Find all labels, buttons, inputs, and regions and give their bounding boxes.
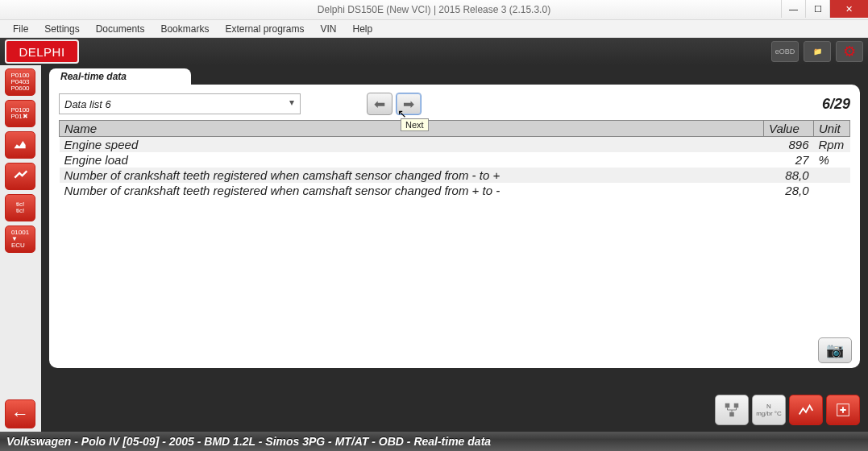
maximize-button[interactable]: ☐ (805, 0, 829, 18)
menu-settings[interactable]: Settings (36, 23, 87, 35)
main-panel: Real-time data Data list 6 ⬅ ➡ ↖ Next 6/… (41, 65, 868, 432)
window-title: Delphi DS150E (New VCI) | 2015 Release 3… (318, 4, 550, 15)
close-button[interactable]: ✕ (829, 0, 868, 18)
datalist-select[interactable]: Data list 6 (59, 93, 301, 114)
left-toolbar: P0100P0403P0600 P0100P01✖ tic!tic! 01001… (0, 65, 41, 432)
next-list-button[interactable]: ➡ (396, 93, 422, 115)
menu-vin[interactable]: VIN (312, 23, 344, 35)
table-row: Engine speed 896 Rpm (60, 137, 850, 153)
tool-ecu[interactable]: 01001▼ECU (5, 226, 35, 253)
tool-actuators[interactable] (5, 163, 35, 190)
prev-list-button[interactable]: ⬅ (367, 93, 392, 115)
svg-rect-0 (725, 403, 730, 408)
menu-help[interactable]: Help (345, 23, 381, 35)
menu-bookmarks[interactable]: Bookmarks (152, 23, 217, 35)
footer-chart-button[interactable] (789, 395, 823, 425)
next-tooltip: Next (401, 118, 429, 131)
brand-bar: DELPHI eOBD 📁 ⚙ (0, 38, 868, 65)
col-unit: Unit (814, 121, 850, 137)
table-row: Engine load 27 % (60, 152, 850, 168)
delphi-logo: DELPHI (5, 39, 79, 64)
col-value: Value (764, 121, 814, 137)
data-table: Name Value Unit Engine speed 896 Rpm Eng… (59, 120, 850, 198)
svg-rect-2 (729, 412, 734, 417)
tool-erase-codes[interactable]: P0100P01✖ (5, 100, 35, 127)
snapshot-button[interactable]: 📷 (818, 337, 852, 363)
table-row: Number of crankshaft teeth registered wh… (60, 168, 850, 183)
back-button[interactable]: ← (5, 399, 35, 428)
folder-icon[interactable]: 📁 (804, 41, 831, 62)
footer-add-button[interactable] (826, 395, 860, 425)
settings-gear-icon[interactable]: ⚙ (836, 41, 863, 62)
page-counter: 6/29 (822, 96, 850, 113)
menu-documents[interactable]: Documents (88, 23, 153, 35)
footer-units-button[interactable]: Nmg/br °C (752, 395, 786, 425)
footer-flow-button[interactable] (715, 395, 749, 425)
minimize-button[interactable]: — (781, 0, 805, 18)
tool-fault-codes[interactable]: P0100P0403P0600 (5, 68, 35, 96)
menu-file[interactable]: File (5, 23, 36, 35)
title-bar: Delphi DS150E (New VCI) | 2015 Release 3… (0, 0, 868, 20)
content-panel: Data list 6 ⬅ ➡ ↖ Next 6/29 Name Value U… (49, 85, 860, 368)
status-bar: Volkswagen - Polo IV [05-09] - 2005 - BM… (0, 432, 868, 451)
status-text: Volkswagen - Polo IV [05-09] - 2005 - BM… (6, 435, 491, 448)
menu-bar: File Settings Documents Bookmarks Extern… (0, 20, 868, 38)
tab-realtime-data[interactable]: Real-time data (49, 68, 191, 85)
table-row: Number of crankshaft teeth registered wh… (60, 183, 850, 198)
tool-tic[interactable]: tic!tic! (5, 194, 35, 221)
eobd-button[interactable]: eOBD (771, 41, 799, 62)
menu-external-programs[interactable]: External programs (217, 23, 312, 35)
tool-realtime-data[interactable] (5, 131, 35, 159)
svg-rect-1 (734, 403, 739, 408)
